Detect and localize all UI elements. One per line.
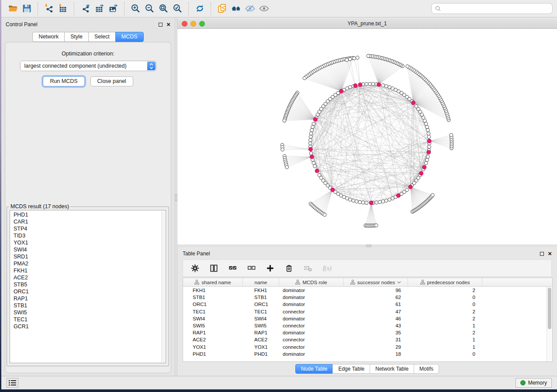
mcds-result-item[interactable]: PMA2 xyxy=(10,260,166,267)
cell-predecessor-nodes[interactable]: 0 xyxy=(408,295,482,300)
memory-button[interactable]: Memory xyxy=(515,378,552,388)
cell-MCDS-role[interactable]: connector xyxy=(279,337,344,342)
duplicate-network-icon[interactable] xyxy=(215,2,229,16)
mcds-result-item[interactable]: SWI5 xyxy=(10,309,166,316)
float-panel-icon[interactable] xyxy=(540,252,544,256)
mcds-result-item[interactable]: SWI4 xyxy=(10,246,166,253)
delete-column-icon[interactable] xyxy=(283,262,294,274)
table-row[interactable]: TEC1TEC1connector472 xyxy=(183,308,547,315)
cell-shared-name[interactable]: STB1 xyxy=(183,295,243,300)
column-header-name[interactable]: name xyxy=(243,278,279,286)
cell-predecessor-nodes[interactable]: 2 xyxy=(408,330,482,335)
tab-network-table[interactable]: Network Table xyxy=(370,364,414,374)
cell-predecessor-nodes[interactable]: 1 xyxy=(408,344,482,350)
mcds-result-item[interactable]: CAR1 xyxy=(10,218,166,225)
column-header-successor-nodes[interactable]: successor nodes xyxy=(344,278,408,286)
zoom-fit-icon[interactable] xyxy=(156,2,170,16)
table-row[interactable]: STB1STB1dominator620 xyxy=(183,294,547,301)
column-header-predecessor-nodes[interactable]: predecessor nodes xyxy=(408,278,482,286)
table-row[interactable]: YOX1YOX1connector291 xyxy=(183,344,547,351)
cell-name[interactable]: TEC1 xyxy=(243,309,279,314)
mcds-result-item[interactable]: FKH1 xyxy=(10,267,166,274)
cell-MCDS-role[interactable]: dominator xyxy=(279,316,344,321)
first-neighbors-icon[interactable] xyxy=(229,2,243,16)
cell-MCDS-role[interactable]: connector xyxy=(279,344,344,350)
table-row[interactable]: RAP1RAP1dominator352 xyxy=(183,329,547,336)
table-row[interactable]: SWI5SWI5connector431 xyxy=(183,322,547,329)
cell-successor-nodes[interactable]: 29 xyxy=(344,344,408,350)
cell-successor-nodes[interactable]: 31 xyxy=(344,337,408,342)
cell-successor-nodes[interactable]: 46 xyxy=(344,316,408,321)
cell-MCDS-role[interactable]: dominator xyxy=(279,302,344,307)
close-window-icon[interactable] xyxy=(182,21,187,27)
mcds-result-item[interactable]: ACE2 xyxy=(10,274,166,281)
cell-MCDS-role[interactable]: connector xyxy=(279,309,344,314)
optimization-criterion-select[interactable]: largest connected component (undirected) xyxy=(20,61,156,71)
save-session-icon[interactable] xyxy=(20,2,34,16)
cell-successor-nodes[interactable]: 61 xyxy=(344,302,408,307)
cell-name[interactable]: FKH1 xyxy=(243,288,279,293)
tab-motifs[interactable]: Motifs xyxy=(414,364,439,374)
cell-predecessor-nodes[interactable]: 2 xyxy=(408,309,482,314)
cell-MCDS-role[interactable]: dominator xyxy=(279,288,344,293)
zoom-in-icon[interactable] xyxy=(128,2,142,16)
cell-shared-name[interactable]: RAP1 xyxy=(183,330,243,335)
cell-name[interactable]: ORC1 xyxy=(243,302,279,307)
mcds-result-list[interactable]: PHD1CAR1STP4TID3YOX1SWI4SRD1PMA2FKH1ACE2… xyxy=(10,210,166,363)
cell-successor-nodes[interactable]: 35 xyxy=(344,330,408,335)
run-mcds-button[interactable]: Run MCDS xyxy=(43,76,84,86)
mcds-result-item[interactable]: TID3 xyxy=(10,232,166,239)
search-field[interactable] xyxy=(431,3,553,14)
cell-predecessor-nodes[interactable]: 2 xyxy=(408,288,482,293)
scrollbar-thumb[interactable] xyxy=(548,288,551,329)
close-panel-icon[interactable]: × xyxy=(166,22,170,27)
close-panel-button[interactable]: Close panel xyxy=(90,76,133,86)
select-all-icon[interactable] xyxy=(227,262,238,274)
cell-name[interactable]: SWI4 xyxy=(243,316,279,321)
import-table-icon[interactable] xyxy=(56,2,70,16)
clear-table-icon[interactable] xyxy=(302,262,313,274)
refresh-layout-icon[interactable] xyxy=(193,2,207,16)
close-panel-icon[interactable]: × xyxy=(548,251,552,256)
open-file-icon[interactable] xyxy=(6,2,20,16)
table-row[interactable]: ACE2ACE2connector311 xyxy=(183,336,547,343)
export-network-icon[interactable] xyxy=(78,2,92,16)
cell-name[interactable]: PHD1 xyxy=(243,351,279,357)
table-row[interactable]: FKH1FKH1dominator962 xyxy=(183,287,547,294)
mcds-result-item[interactable]: STP4 xyxy=(10,225,166,232)
cell-shared-name[interactable]: PHD1 xyxy=(183,351,243,357)
cell-shared-name[interactable]: SWI5 xyxy=(183,323,243,328)
cell-shared-name[interactable]: TEC1 xyxy=(183,309,243,314)
network-canvas[interactable] xyxy=(177,29,557,244)
cell-predecessor-nodes[interactable]: 1 xyxy=(408,323,482,328)
cell-shared-name[interactable]: ORC1 xyxy=(183,302,243,307)
function-builder-icon[interactable]: f(x) xyxy=(321,262,332,274)
zoom-selected-icon[interactable] xyxy=(170,2,184,16)
tab-network[interactable]: Network xyxy=(32,32,65,42)
tab-node-table[interactable]: Node Table xyxy=(295,364,333,374)
zoom-window-icon[interactable] xyxy=(199,21,205,27)
mcds-result-item[interactable]: STB1 xyxy=(10,302,166,309)
zoom-out-icon[interactable] xyxy=(142,2,156,16)
tab-mcds[interactable]: MCDS xyxy=(115,32,144,42)
cell-predecessor-nodes[interactable]: 2 xyxy=(408,316,482,321)
cell-shared-name[interactable]: ACE2 xyxy=(183,337,243,342)
cell-name[interactable]: RAP1 xyxy=(243,330,279,335)
cell-successor-nodes[interactable]: 62 xyxy=(344,295,408,300)
cell-shared-name[interactable]: SWI4 xyxy=(183,316,243,321)
node-table[interactable]: shared namenameMCDS rolesuccessor nodesp… xyxy=(183,278,553,362)
mcds-result-item[interactable]: RAP1 xyxy=(10,295,166,302)
float-panel-icon[interactable] xyxy=(159,23,163,27)
tab-edge-table[interactable]: Edge Table xyxy=(332,364,370,374)
cell-shared-name[interactable]: YOX1 xyxy=(183,344,243,350)
cell-name[interactable]: SWI5 xyxy=(243,323,279,328)
cell-shared-name[interactable]: FKH1 xyxy=(183,288,243,293)
cell-predecessor-nodes[interactable]: 0 xyxy=(408,302,482,307)
search-input[interactable] xyxy=(443,6,549,12)
cell-successor-nodes[interactable]: 18 xyxy=(344,351,408,357)
network-graph[interactable] xyxy=(177,29,557,244)
cell-MCDS-role[interactable]: dominator xyxy=(279,351,344,357)
mcds-result-item[interactable]: GCR1 xyxy=(10,323,166,330)
column-header-MCDS-role[interactable]: MCDS role xyxy=(279,278,344,286)
cell-predecessor-nodes[interactable]: 1 xyxy=(408,337,482,342)
